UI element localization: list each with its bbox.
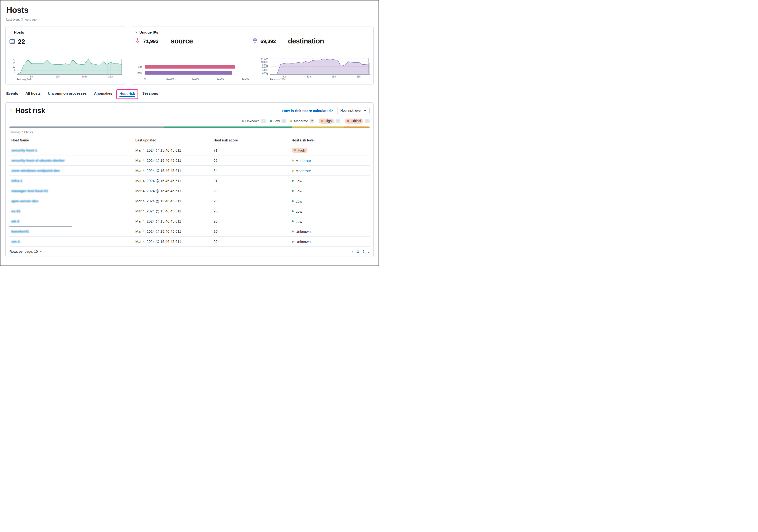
destination-label: destination [288,37,324,45]
source-label: source [171,37,193,45]
last-updated-cell: Mar 4, 2024 @ 15:46:45.611 [133,189,212,193]
riskbar-segment-low [164,126,293,128]
unique-ips-area-chart [270,58,370,75]
unique-ips-kpi-card: Unique IPs 71,993 source 69,392 destinat… [131,26,374,85]
table-footer: Rows per page: 10 ‹12› [9,247,370,256]
last-updated-cell: Mar 4, 2024 @ 15:46:45.611 [133,179,212,183]
legend-count-badge: 6 [261,119,266,123]
risk-score-cell: 20 [212,219,290,223]
risk-score-cell: 21 [212,179,290,183]
host-risk-level-filter-button[interactable]: Host risk level [337,107,370,114]
bar-category-label: Dest. [135,71,143,74]
risk-score-cell: 54 [212,168,290,173]
unique-ips-area-chart-block: 12,00010,0008,0006,0004,0002,0000 5th12t… [259,58,370,81]
risk-score-cell: 20 [212,199,290,203]
bar-dest [145,71,232,75]
risk-score-cell: 20 [212,239,290,244]
app-window: Hosts Last event: 3 hours ago Hosts 22 2… [0,0,379,266]
pagination-page-2[interactable]: 2 [362,250,364,253]
host-name-link[interactable]: es-01 [11,209,20,213]
showing-count: Showing: 14 hosts [9,130,370,134]
tab-all-hosts[interactable]: All hosts [25,91,41,99]
legend-count-badge: 1 [336,119,340,123]
last-updated-cell: Mar 4, 2024 @ 15:46:45.611 [133,239,212,244]
collapse-chevron-icon[interactable] [135,30,138,34]
col-header-last-updated: Last updated [133,138,212,142]
last-updated-cell: Mar 4, 2024 @ 15:46:45.611 [133,209,212,213]
host-name-link[interactable]: security-host-xl-ubuntu-docker [11,158,65,162]
host-name-link[interactable]: kworker01 [11,229,29,233]
tabs-bar: EventsAll hostsUncommon processesAnomali… [5,91,374,99]
source-metric: 71,993 source [135,37,252,45]
table-row: siem-windows-endpoint-devMar 4, 2024 @ 1… [9,165,370,176]
risk-legend: Unknown6Low5Moderate2High1Critical0 [9,119,370,124]
table-row: wk-2Mar 4, 2024 @ 15:46:45.61120Low [9,216,370,227]
table-body: security-host-1Mar 4, 2024 @ 15:46:45.61… [9,145,370,247]
pagination-page-1[interactable]: 1 [357,250,359,253]
host-name-link[interactable]: wk-2 [11,219,19,223]
source-count: 71,993 [143,38,158,44]
tab-anomalies[interactable]: Anomalies [94,91,112,99]
collapse-chevron-icon[interactable] [9,108,13,113]
tab-host-risk[interactable]: Host risk [116,89,138,99]
last-updated-cell: Mar 4, 2024 @ 15:46:45.611 [133,199,212,203]
map-pin-icon [252,38,258,45]
pagination-prev[interactable]: ‹ [352,249,354,254]
hosts-kpi-card: Hosts 22 20151050 5th12th19th26thFebruar… [5,26,126,85]
horizontal-scrollbar-thumb[interactable] [9,226,72,227]
host-name-link[interactable]: vm-3 [11,239,20,244]
table-row: kworker01Mar 4, 2024 @ 15:46:45.61120Unk… [9,227,370,236]
destination-count: 69,392 [260,38,276,44]
tab-sessions[interactable]: Sessions [142,91,158,99]
host-name-link[interactable]: siem-windows-endpoint-dev [11,168,60,173]
col-header-host-risk-score[interactable]: Host risk score ↓ [212,138,290,142]
hosts-card-title: Hosts [14,30,24,34]
tabs: EventsAll hostsUncommon processesAnomali… [6,91,373,99]
rows-per-page[interactable]: Rows per page: 10 [9,250,42,253]
unique-ips-bar-chart: Src.Dest. 020,00040,00060,00080,000 [135,62,245,81]
risk-score-cell: 65 [212,158,290,162]
last-updated-cell: Mar 4, 2024 @ 15:46:45.611 [133,148,212,152]
legend-count-badge: 0 [365,119,370,123]
risk-score-cell: 71 [212,148,290,152]
host-risk-table: Host Name Last updated Host risk score ↓… [9,136,370,247]
unique-ips-card-title: Unique IPs [139,30,158,34]
risk-level-cell: Unknown [290,239,370,244]
legend-moderate: Moderate2 [290,119,314,123]
destination-metric: 69,392 destination [252,37,370,45]
risk-score-help-link[interactable]: How is risk score calculated? [282,109,333,113]
collapse-chevron-icon[interactable] [9,30,12,34]
table-row: manager-test-host-01Mar 4, 2024 @ 15:46:… [9,186,370,196]
host-risk-panel: Host risk How is risk score calculated? … [5,102,374,257]
risk-level-cell: Low [290,189,370,193]
chevron-down-icon [40,250,42,253]
host-risk-title: Host risk [15,106,45,115]
risk-level-cell: Low [290,178,370,183]
riskbar-segment-unknown [9,126,164,128]
legend-unknown: Unknown6 [242,119,266,123]
tab-uncommon-processes[interactable]: Uncommon processes [48,91,87,99]
host-name-link[interactable]: manager-test-host-01 [11,189,48,193]
pagination-next[interactable]: › [368,249,370,254]
risk-level-cell: Unknown [290,229,370,234]
chevron-down-icon [363,109,366,112]
risk-level-cell: Low [290,219,370,224]
last-updated-cell: Mar 4, 2024 @ 15:46:45.611 [133,219,212,223]
table-row: security-host-1Mar 4, 2024 @ 15:46:45.61… [9,145,370,156]
tab-events[interactable]: Events [6,91,18,99]
last-updated-cell: Mar 4, 2024 @ 15:46:45.611 [133,168,212,173]
col-header-host-name: Host Name [9,138,133,142]
table-row: es-01Mar 4, 2024 @ 15:46:45.61120Low [9,206,370,216]
host-name-link[interactable]: security-host-1 [11,148,37,152]
host-name-link[interactable]: infra-1 [11,179,22,183]
riskbar-segment-moderate [293,126,344,128]
ips-chart-y-axis: 12,00010,0008,0006,0004,0002,0000 [259,58,270,75]
bar-chart-x-axis: 020,00040,00060,00080,000 [145,77,245,81]
hosts-count: 22 [18,38,25,46]
kpi-row: Hosts 22 20151050 5th12th19th26thFebruar… [5,26,374,85]
hosts-metric-icon [9,39,15,45]
risk-level-cell: High [290,148,370,153]
risk-level-cell: Moderate [290,158,370,163]
legend-count-badge: 2 [310,119,314,123]
host-name-link[interactable]: apm-server-dev [11,199,38,203]
